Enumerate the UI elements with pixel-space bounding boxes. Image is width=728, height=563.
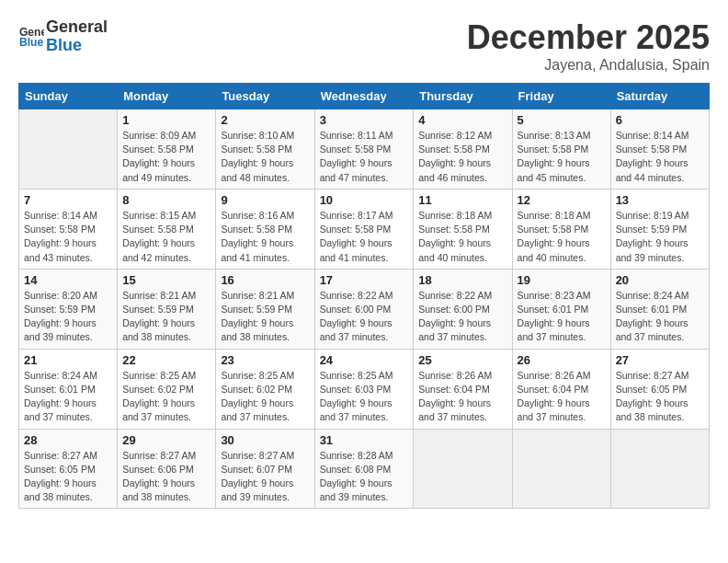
svg-text:Blue: Blue: [19, 36, 44, 49]
calendar-cell: 30Sunrise: 8:27 AMSunset: 6:07 PMDayligh…: [216, 429, 314, 509]
day-info: Sunrise: 8:21 AMSunset: 5:59 PMDaylight:…: [221, 289, 309, 345]
day-info: Sunrise: 8:10 AMSunset: 5:58 PMDaylight:…: [221, 129, 309, 185]
calendar-cell: 28Sunrise: 8:27 AMSunset: 6:05 PMDayligh…: [19, 429, 118, 509]
day-number: 3: [320, 113, 409, 127]
calendar-cell: 14Sunrise: 8:20 AMSunset: 5:59 PMDayligh…: [19, 269, 118, 349]
day-number: 17: [320, 273, 409, 287]
logo-line2: Blue: [46, 37, 108, 55]
day-number: 13: [616, 193, 704, 207]
day-info: Sunrise: 8:23 AMSunset: 6:01 PMDaylight:…: [518, 289, 606, 345]
day-info: Sunrise: 8:24 AMSunset: 6:01 PMDaylight:…: [616, 289, 704, 345]
day-number: 30: [221, 433, 309, 447]
calendar-week-2: 7Sunrise: 8:14 AMSunset: 5:58 PMDaylight…: [19, 189, 710, 269]
calendar-cell: 25Sunrise: 8:26 AMSunset: 6:04 PMDayligh…: [414, 349, 512, 429]
day-number: 18: [418, 273, 506, 287]
day-number: 4: [418, 113, 506, 127]
weekday-header-monday: Monday: [118, 84, 216, 109]
calendar-cell: 8Sunrise: 8:15 AMSunset: 5:58 PMDaylight…: [118, 189, 216, 269]
month-title: December 2025: [467, 18, 710, 57]
calendar-week-3: 14Sunrise: 8:20 AMSunset: 5:59 PMDayligh…: [19, 269, 710, 349]
calendar-table: SundayMondayTuesdayWednesdayThursdayFrid…: [18, 83, 710, 509]
day-info: Sunrise: 8:18 AMSunset: 5:58 PMDaylight:…: [418, 209, 506, 265]
calendar-cell: [19, 109, 118, 190]
calendar-cell: 11Sunrise: 8:18 AMSunset: 5:58 PMDayligh…: [414, 189, 512, 269]
day-info: Sunrise: 8:21 AMSunset: 5:59 PMDaylight:…: [122, 289, 210, 345]
day-info: Sunrise: 8:27 AMSunset: 6:05 PMDaylight:…: [24, 449, 112, 505]
day-info: Sunrise: 8:22 AMSunset: 6:00 PMDaylight:…: [320, 289, 409, 345]
day-info: Sunrise: 8:27 AMSunset: 6:06 PMDaylight:…: [122, 449, 210, 505]
title-block: December 2025 Jayena, Andalusia, Spain: [467, 18, 710, 74]
weekday-header-sunday: Sunday: [19, 84, 118, 109]
day-number: 8: [122, 193, 210, 207]
day-info: Sunrise: 8:18 AMSunset: 5:58 PMDaylight:…: [518, 209, 606, 265]
logo: General Blue General Blue: [18, 18, 108, 55]
calendar-cell: 17Sunrise: 8:22 AMSunset: 6:00 PMDayligh…: [314, 269, 414, 349]
day-number: 7: [24, 193, 112, 207]
weekday-header-friday: Friday: [512, 84, 610, 109]
day-info: Sunrise: 8:14 AMSunset: 5:58 PMDaylight:…: [24, 209, 112, 265]
day-number: 5: [518, 113, 606, 127]
day-number: 31: [320, 433, 409, 447]
day-number: 9: [221, 193, 309, 207]
calendar-cell: 21Sunrise: 8:24 AMSunset: 6:01 PMDayligh…: [19, 349, 118, 429]
day-number: 16: [221, 273, 309, 287]
logo-line1: General: [46, 17, 108, 36]
day-info: Sunrise: 8:26 AMSunset: 6:04 PMDaylight:…: [418, 369, 506, 425]
day-number: 20: [616, 273, 704, 287]
calendar-week-4: 21Sunrise: 8:24 AMSunset: 6:01 PMDayligh…: [19, 349, 710, 429]
weekday-header-saturday: Saturday: [610, 84, 709, 109]
calendar-cell: 24Sunrise: 8:25 AMSunset: 6:03 PMDayligh…: [314, 349, 414, 429]
calendar-cell: [512, 429, 610, 509]
calendar-cell: [610, 429, 709, 509]
day-number: 26: [518, 353, 606, 367]
calendar-cell: 1Sunrise: 8:09 AMSunset: 5:58 PMDaylight…: [118, 109, 216, 190]
day-number: 2: [221, 113, 309, 127]
calendar-cell: 6Sunrise: 8:14 AMSunset: 5:58 PMDaylight…: [610, 109, 709, 190]
calendar-cell: 9Sunrise: 8:16 AMSunset: 5:58 PMDaylight…: [216, 189, 314, 269]
calendar-week-1: 1Sunrise: 8:09 AMSunset: 5:58 PMDaylight…: [19, 109, 710, 190]
calendar-cell: 20Sunrise: 8:24 AMSunset: 6:01 PMDayligh…: [610, 269, 709, 349]
day-number: 21: [24, 353, 112, 367]
calendar-cell: 26Sunrise: 8:26 AMSunset: 6:04 PMDayligh…: [512, 349, 610, 429]
day-info: Sunrise: 8:24 AMSunset: 6:01 PMDaylight:…: [24, 369, 112, 425]
weekday-header-tuesday: Tuesday: [216, 84, 314, 109]
calendar-cell: 2Sunrise: 8:10 AMSunset: 5:58 PMDaylight…: [216, 109, 314, 190]
day-number: 15: [122, 273, 210, 287]
day-number: 29: [122, 433, 210, 447]
day-number: 19: [518, 273, 606, 287]
calendar-cell: 19Sunrise: 8:23 AMSunset: 6:01 PMDayligh…: [512, 269, 610, 349]
day-info: Sunrise: 8:17 AMSunset: 5:58 PMDaylight:…: [320, 209, 409, 265]
day-info: Sunrise: 8:09 AMSunset: 5:58 PMDaylight:…: [122, 129, 210, 185]
day-number: 12: [518, 193, 606, 207]
calendar-cell: 13Sunrise: 8:19 AMSunset: 5:59 PMDayligh…: [610, 189, 709, 269]
day-number: 23: [221, 353, 309, 367]
calendar-week-5: 28Sunrise: 8:27 AMSunset: 6:05 PMDayligh…: [19, 429, 710, 509]
day-info: Sunrise: 8:27 AMSunset: 6:05 PMDaylight:…: [616, 369, 704, 425]
calendar-cell: 3Sunrise: 8:11 AMSunset: 5:58 PMDaylight…: [314, 109, 414, 190]
calendar-cell: 16Sunrise: 8:21 AMSunset: 5:59 PMDayligh…: [216, 269, 314, 349]
day-number: 11: [418, 193, 506, 207]
location-subtitle: Jayena, Andalusia, Spain: [467, 57, 710, 74]
day-number: 28: [24, 433, 112, 447]
day-info: Sunrise: 8:20 AMSunset: 5:59 PMDaylight:…: [24, 289, 112, 345]
page-header: General Blue General Blue December 2025 …: [18, 18, 710, 74]
day-info: Sunrise: 8:26 AMSunset: 6:04 PMDaylight:…: [518, 369, 606, 425]
day-info: Sunrise: 8:16 AMSunset: 5:58 PMDaylight:…: [221, 209, 309, 265]
calendar-cell: 10Sunrise: 8:17 AMSunset: 5:58 PMDayligh…: [314, 189, 414, 269]
day-number: 24: [320, 353, 409, 367]
day-info: Sunrise: 8:22 AMSunset: 6:00 PMDaylight:…: [418, 289, 506, 345]
day-info: Sunrise: 8:25 AMSunset: 6:03 PMDaylight:…: [320, 369, 409, 425]
day-number: 10: [320, 193, 409, 207]
day-info: Sunrise: 8:25 AMSunset: 6:02 PMDaylight:…: [122, 369, 210, 425]
day-info: Sunrise: 8:15 AMSunset: 5:58 PMDaylight:…: [122, 209, 210, 265]
calendar-cell: 4Sunrise: 8:12 AMSunset: 5:58 PMDaylight…: [414, 109, 512, 190]
day-number: 1: [122, 113, 210, 127]
day-info: Sunrise: 8:19 AMSunset: 5:59 PMDaylight:…: [616, 209, 704, 265]
day-number: 6: [616, 113, 704, 127]
calendar-cell: [414, 429, 512, 509]
logo-icon: General Blue: [18, 24, 44, 50]
day-number: 22: [122, 353, 210, 367]
day-info: Sunrise: 8:25 AMSunset: 6:02 PMDaylight:…: [221, 369, 309, 425]
day-info: Sunrise: 8:27 AMSunset: 6:07 PMDaylight:…: [221, 449, 309, 505]
day-info: Sunrise: 8:13 AMSunset: 5:58 PMDaylight:…: [518, 129, 606, 185]
